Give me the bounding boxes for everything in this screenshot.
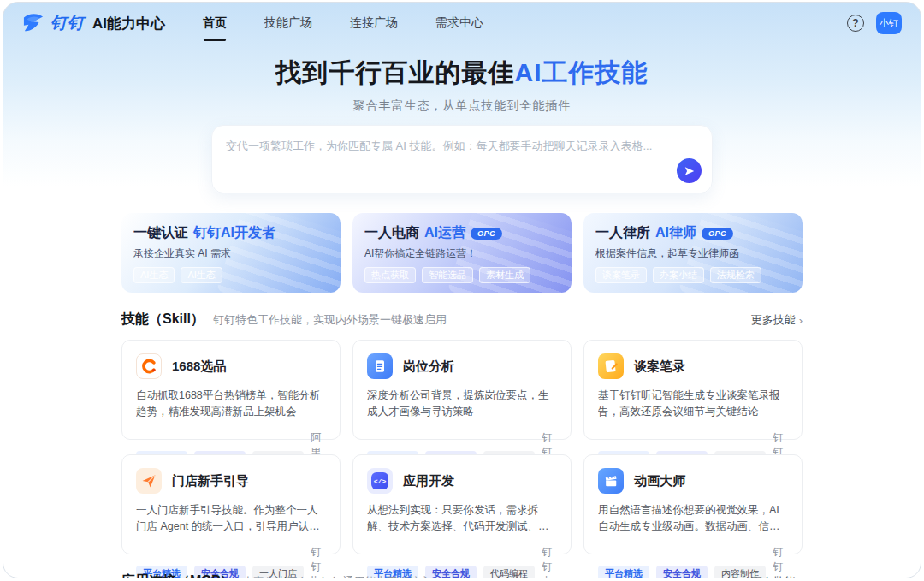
skill-card-app-dev[interactable]: </> 应用开发 从想法到实现：只要你发话，需求拆解、技术方案选择、代码开发测试… <box>352 454 572 554</box>
skill-name: 动画大师 <box>634 473 685 489</box>
avatar[interactable]: 小钉 <box>876 12 902 34</box>
code-glyph: </> <box>371 472 388 489</box>
main-content: 一键认证 钉钉AI开发者 承接企业真实 AI 需求 AI生态 AI生态 一人电商… <box>121 213 803 578</box>
promo-tags: AI生态 AI生态 <box>133 267 222 283</box>
skill-card-1688[interactable]: 1688选品 自动抓取1688平台热销榜单，智能分析趋势，精准发现高潜新品上架机… <box>121 340 341 440</box>
hero-title-highlight: AI工作技能 <box>515 58 649 86</box>
skill-desc: 一人门店新手引导技能。作为整个一人门店 Agent 的统一入口，引导用户认识所有… <box>136 502 326 536</box>
skills-section-header: 技能（Skill） 钉钉特色工作技能，实现内外场景一键极速启用 更多技能 › <box>121 311 803 329</box>
promo-title: 一人电商 AI运营 OPC <box>364 224 560 242</box>
promo-card-ecommerce[interactable]: 一人电商 AI运营 OPC AI帮你搞定全链路运营！ 热点获取 智能选品 素材生… <box>352 213 572 293</box>
promo-title-highlight: 钉钉AI开发者 <box>193 224 275 242</box>
promo-tags: 热点获取 智能选品 素材生成 <box>364 267 530 283</box>
promo-tag: 谈案笔录 <box>595 267 647 283</box>
document-icon <box>367 353 393 379</box>
dingtalk-logo-icon <box>22 13 44 33</box>
nav-item-skill-market[interactable]: 技能广场 <box>264 10 312 36</box>
send-icon <box>684 165 696 177</box>
skill-card-case-notes[interactable]: 谈案笔录 基于钉钉听记智能生成专业谈案笔录报告，高效还原会议细节与关键结论 平台… <box>583 340 803 440</box>
skill-name: 岗位分析 <box>403 359 454 375</box>
mcp-section-title: 应用连接（MCP） <box>121 572 234 578</box>
promo-title-text: 一人电商 <box>364 224 419 242</box>
1688-icon <box>136 353 162 379</box>
app-window: 钉钉 AI能力中心 首页 技能广场 连接广场 需求中心 ? 小钉 找到千行百业的… <box>3 2 921 578</box>
skill-provider: 钉钉中国 <box>542 545 557 578</box>
paper-plane-icon <box>136 468 162 494</box>
nav-item-demand-center[interactable]: 需求中心 <box>435 10 483 36</box>
promo-title: 一人律所 AI律师 OPC <box>595 224 791 242</box>
opc-badge: OPC <box>471 228 502 240</box>
skills-section-title: 技能（Skill） <box>121 311 204 329</box>
code-icon: </> <box>367 468 393 494</box>
promo-title-text: 一键认证 <box>133 224 188 242</box>
more-mcp-link[interactable]: 更多技能 › <box>751 574 803 578</box>
skill-name: 谈案笔录 <box>634 359 685 375</box>
skills-grid: 1688选品 自动抓取1688平台热销榜单，智能分析趋势，精准发现高潜新品上架机… <box>121 340 803 554</box>
chevron-right-icon: › <box>799 314 803 327</box>
skill-card-store-onboarding[interactable]: 门店新手引导 一人门店新手引导技能。作为整个一人门店 Agent 的统一入口，引… <box>121 454 341 554</box>
promo-title: 一键认证 钉钉AI开发者 <box>133 224 329 242</box>
chevron-right-icon: › <box>799 576 803 579</box>
clapperboard-icon <box>598 468 624 494</box>
more-skills-link[interactable]: 更多技能 › <box>751 312 803 328</box>
brand-name: 钉钉 <box>50 12 85 34</box>
promo-tags: 谈案笔录 办案小结 法规检索 <box>595 267 761 283</box>
promo-tag: AI生态 <box>133 267 175 283</box>
promo-desc: 根据案件信息，起草专业律师函 <box>595 246 791 261</box>
promo-tag: 办案小结 <box>653 267 704 283</box>
opc-badge: OPC <box>702 228 733 240</box>
promo-card-developer[interactable]: 一键认证 钉钉AI开发者 承接企业真实 AI 需求 AI生态 AI生态 <box>121 213 341 293</box>
promo-tag: 法规检索 <box>710 267 761 283</box>
promo-row: 一键认证 钉钉AI开发者 承接企业真实 AI 需求 AI生态 AI生态 一人电商… <box>121 213 803 293</box>
skill-tag: 代码编程 <box>483 566 535 578</box>
skill-card-job-analysis[interactable]: 岗位分析 深度分析公司背景，提炼岗位要点，生成人才画像与寻访策略 平台精选 安全… <box>352 340 572 440</box>
skill-tag: 安全合规 <box>656 566 708 578</box>
skill-desc: 用自然语言描述你想要的视觉效果，AI 自动生成专业级动画。数据动画、信息图动效、… <box>598 502 788 536</box>
promo-tag: 热点获取 <box>364 267 416 283</box>
skill-card-animation-master[interactable]: 动画大师 用自然语言描述你想要的视觉效果，AI 自动生成专业级动画。数据动画、信… <box>583 454 803 554</box>
skills-section-subtitle: 钉钉特色工作技能，实现内外场景一键极速启用 <box>213 312 447 328</box>
promo-title-highlight: AI律师 <box>655 224 696 242</box>
nav-item-home[interactable]: 首页 <box>203 10 227 36</box>
hero-title: 找到千行百业的最佳AI工作技能 <box>3 56 921 91</box>
skill-tag: 安全合规 <box>425 566 477 578</box>
hero-title-prefix: 找到千行百业的最佳 <box>276 58 515 86</box>
skill-tag: 平台精选 <box>598 566 649 578</box>
skill-name: 应用开发 <box>403 473 454 489</box>
send-button[interactable] <box>677 158 702 183</box>
skill-desc: 从想法到实现：只要你发话，需求拆解、技术方案选择、代码开发测试、系统部署发布，全… <box>367 502 557 536</box>
product-title: AI能力中心 <box>92 14 165 33</box>
skill-desc: 基于钉钉听记智能生成专业谈案笔录报告，高效还原会议细节与关键结论 <box>598 388 788 421</box>
top-nav: 钉钉 AI能力中心 首页 技能广场 连接广场 需求中心 ? 小钉 <box>3 3 921 44</box>
search-box <box>211 125 713 193</box>
promo-tag: 素材生成 <box>479 267 530 283</box>
skill-desc: 深度分析公司背景，提炼岗位要点，生成人才画像与寻访策略 <box>367 388 557 421</box>
promo-title-highlight: AI运营 <box>424 224 465 242</box>
help-icon[interactable]: ? <box>847 15 864 32</box>
skill-name: 1688选品 <box>172 359 226 375</box>
search-input[interactable] <box>212 126 712 193</box>
hero-subtitle: 聚合丰富生态，从单点技能到全能插件 <box>3 98 921 114</box>
nav-menu: 首页 技能广场 连接广场 需求中心 <box>203 10 483 36</box>
hero-section: 找到千行百业的最佳AI工作技能 聚合丰富生态，从单点技能到全能插件 <box>3 56 921 193</box>
nav-item-connect-market[interactable]: 连接广场 <box>350 10 398 36</box>
promo-card-lawfirm[interactable]: 一人律所 AI律师 OPC 根据案件信息，起草专业律师函 谈案笔录 办案小结 法… <box>583 213 803 293</box>
promo-tag: 智能选品 <box>422 267 473 283</box>
more-skills-label: 更多技能 <box>751 312 796 328</box>
nav-right: ? 小钉 <box>847 12 902 34</box>
promo-desc: 承接企业真实 AI 需求 <box>133 246 329 261</box>
brand[interactable]: 钉钉 AI能力中心 <box>22 12 165 34</box>
promo-title-text: 一人律所 <box>595 224 650 242</box>
skill-desc: 自动抓取1688平台热销榜单，智能分析趋势，精准发现高潜新品上架机会 <box>136 388 326 421</box>
skill-name: 门店新手引导 <box>172 473 249 489</box>
mcp-section-subtitle: 丰富生态服务与钉钉通用能力无缝接入 <box>243 574 432 578</box>
more-mcp-label: 更多技能 <box>751 574 796 578</box>
note-pen-icon <box>598 353 624 379</box>
promo-desc: AI帮你搞定全链路运营！ <box>364 246 560 261</box>
promo-tag: AI生态 <box>181 267 222 283</box>
